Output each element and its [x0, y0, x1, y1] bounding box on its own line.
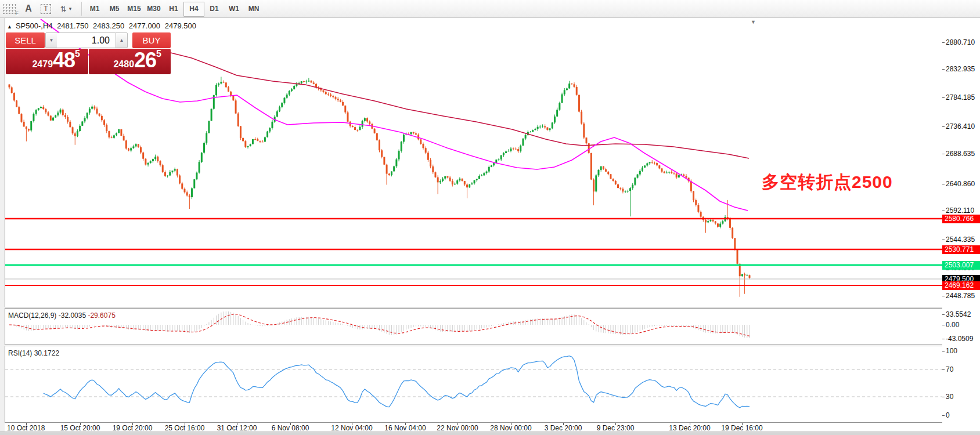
- axis-label: 2688.635: [946, 150, 975, 158]
- timeframe-m30[interactable]: M30: [144, 2, 164, 16]
- timeframe-w1[interactable]: W1: [224, 2, 244, 16]
- buy-button[interactable]: BUY: [132, 32, 171, 48]
- panel-expand-icon[interactable]: ▲: [7, 24, 12, 30]
- time-label: 25 Oct 16:00: [165, 424, 205, 432]
- axis-tick: [942, 325, 945, 325]
- macd-value-1: -32.0035: [59, 311, 86, 320]
- toolbar-drag-handle[interactable]: F: [2, 3, 17, 14]
- chart-shift-marker[interactable]: ▼: [751, 19, 756, 25]
- axis-tick: [942, 314, 945, 315]
- time-label: 31 Oct 12:00: [217, 424, 257, 432]
- timeframe-group: M1M5M15M30H1H4D1W1MN: [85, 2, 264, 16]
- axis-label: 2784.185: [946, 93, 975, 102]
- time-axis[interactable]: 10 Oct 201815 Oct 20:0019 Oct 20:0025 Oc…: [5, 423, 942, 432]
- mt4-window: F A T ⇅▾ M1M5M15M30H1H4D1W1MN ▲SP500-,H4…: [0, 0, 980, 435]
- cycle-arrows-icon[interactable]: ⇅▾: [56, 2, 76, 15]
- axis-label: 100: [946, 347, 957, 355]
- axis-tick: [942, 397, 945, 397]
- axis-tick: [942, 126, 945, 127]
- text-box-icon[interactable]: T: [38, 2, 53, 15]
- timeframe-h1[interactable]: H1: [164, 2, 183, 16]
- close-value: 2479.500: [165, 21, 196, 30]
- price-badge: 2503.007: [942, 261, 980, 270]
- macd-name: MACD(12,26,9): [8, 311, 56, 320]
- rsi-value: 30.1722: [34, 349, 59, 357]
- axis-tick: [942, 42, 945, 43]
- time-label: 19 Dec 16:00: [721, 424, 762, 432]
- time-label: 3 Dec 20:00: [545, 424, 582, 432]
- price-badge: 2469.162: [942, 281, 980, 290]
- price-badge: 2580.766: [942, 215, 980, 223]
- chart-annotation-text: 多空转折点2500: [762, 171, 893, 194]
- time-label: 6 Nov 08:00: [272, 424, 309, 432]
- open-value: 2481.750: [57, 21, 88, 30]
- volume-input[interactable]: [57, 32, 116, 48]
- axis-tick: [942, 97, 945, 98]
- axis-label: 70: [946, 365, 953, 374]
- time-label: 10 Oct 2018: [7, 424, 45, 432]
- axis-tick: [942, 351, 945, 351]
- axis-label: 2832.935: [946, 65, 975, 73]
- sell-price-sup: 5: [75, 49, 80, 59]
- axis-tick: [942, 296, 945, 296]
- volume-increase-button[interactable]: ▲: [116, 32, 128, 48]
- time-label: 19 Oct 20:00: [113, 424, 153, 432]
- one-click-trading-panel: SELL ▼ ▲ BUY 2479485 2480265: [6, 32, 171, 74]
- macd-label: MACD(12,26,9) -32.0035 -29.6075: [8, 311, 116, 320]
- rsi-name: RSI(14): [8, 349, 32, 357]
- arrows-glyph: ⇅: [60, 5, 67, 13]
- axis-label: 2640.860: [946, 180, 975, 188]
- toolbar: F A T ⇅▾ M1M5M15M30H1H4D1W1MN: [0, 0, 980, 18]
- ohlc-header: ▲SP500-,H4 2481.750 2483.250 2477.000 24…: [7, 21, 199, 30]
- sell-button[interactable]: SELL: [6, 32, 45, 48]
- buy-price-sup: 5: [156, 49, 161, 59]
- buy-price-small: 2480: [113, 59, 134, 69]
- pane-separator-rsi[interactable]: [5, 345, 942, 345]
- axis-label: 33.5542: [946, 310, 971, 318]
- axis-label: 2448.785: [946, 292, 975, 300]
- rsi-label: RSI(14) 30.1722: [8, 349, 59, 357]
- pane-separator-macd[interactable]: [5, 307, 942, 307]
- sell-price-big: 48: [53, 49, 75, 72]
- axis-label: 0.00: [946, 321, 959, 329]
- left-gutter: [0, 18, 5, 435]
- axis-tick: [942, 339, 945, 339]
- sell-price-display[interactable]: 2479485: [6, 49, 88, 74]
- rsi-pane[interactable]: [5, 347, 942, 422]
- timeframe-m5[interactable]: M5: [105, 2, 124, 16]
- volume-decrease-button[interactable]: ▼: [45, 32, 57, 48]
- sell-price-small: 2479: [32, 59, 53, 69]
- timeframe-mn[interactable]: MN: [244, 2, 264, 16]
- price-badge: 2530.771: [942, 245, 980, 254]
- axis-tick: [942, 240, 945, 240]
- axis-tick: [942, 415, 945, 416]
- buy-price-display[interactable]: 2480265: [89, 49, 171, 74]
- low-value: 2477.000: [129, 21, 160, 30]
- handle-f-label: F: [16, 10, 19, 16]
- axis-label: 30: [946, 393, 953, 401]
- macd-value-2: -29.6075: [88, 311, 115, 320]
- axis-tick: [942, 154, 945, 154]
- time-label: 22 Nov 00:00: [437, 424, 478, 432]
- text-box-icon-glyph: T: [41, 4, 51, 14]
- time-label: 13 Dec 20:00: [669, 424, 710, 432]
- timeframe-m15[interactable]: M15: [124, 2, 144, 16]
- axis-label: -43.0509: [946, 335, 973, 343]
- time-label: 12 Nov 04:00: [331, 424, 372, 432]
- timeframe-d1[interactable]: D1: [204, 2, 224, 16]
- time-label: 28 Nov 00:00: [490, 424, 531, 432]
- chevron-down-icon: ▾: [69, 6, 73, 12]
- axis-label: 2544.335: [946, 235, 975, 244]
- axis-tick: [942, 211, 945, 211]
- timeframe-m1[interactable]: M1: [85, 2, 105, 16]
- buy-price-big: 26: [134, 49, 156, 72]
- symbol-label: SP500-,H4: [16, 21, 53, 30]
- text-annotation-icon[interactable]: A: [21, 2, 36, 15]
- price-axis[interactable]: 2880.7102832.9352784.1852736.4102688.635…: [942, 18, 980, 432]
- axis-tick: [942, 69, 945, 70]
- axis-tick: [942, 369, 945, 370]
- timeframe-h4[interactable]: H4: [183, 2, 204, 17]
- high-value: 2483.250: [93, 21, 124, 30]
- axis-tick: [942, 184, 945, 184]
- macd-pane[interactable]: [5, 309, 942, 345]
